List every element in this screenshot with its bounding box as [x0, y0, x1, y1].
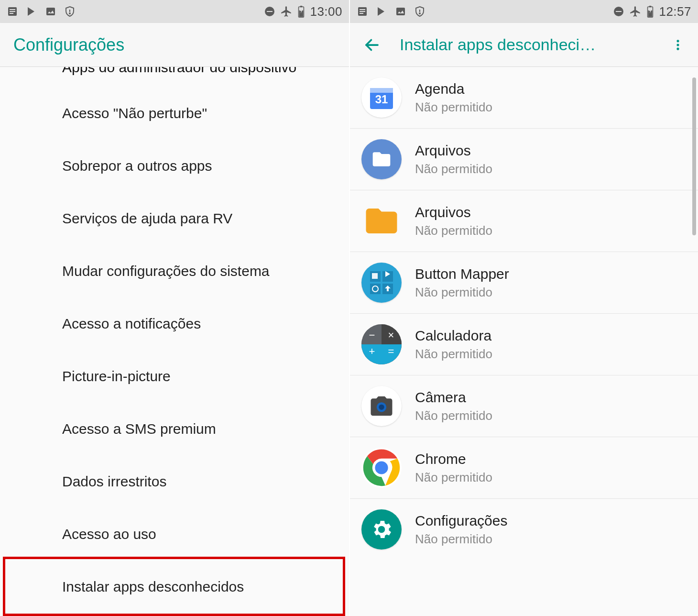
svg-point-25 [676, 40, 679, 42]
battery-icon [646, 5, 654, 18]
status-bar: 12:57 [350, 0, 698, 23]
app-status: Não permitido [415, 408, 492, 423]
settings-list[interactable]: Apps do administrador do dispositivo Ace… [0, 67, 349, 616]
app-status: Não permitido [415, 347, 492, 362]
status-bar: 13:00 [0, 0, 349, 23]
gallery-icon [45, 6, 56, 17]
button-mapper-icon [361, 263, 402, 303]
svg-text:31: 31 [375, 93, 388, 106]
folder-blue-icon [361, 139, 402, 179]
svg-rect-13 [360, 9, 365, 10]
svg-point-26 [676, 44, 679, 46]
app-name: Button Mapper [415, 266, 509, 282]
app-name: Agenda [415, 81, 492, 97]
svg-rect-20 [616, 11, 622, 12]
app-row-button-mapper[interactable]: Button Mapper Não permitido [350, 252, 698, 314]
battery-icon [297, 5, 305, 18]
screen-install-unknown-apps: 12:57 Instalar apps desconheci… 31 Agend… [349, 0, 698, 616]
settings-item-unrestricted-data[interactable]: Dados irrestritos [0, 455, 349, 508]
app-row-agenda[interactable]: 31 Agenda Não permitido [350, 67, 698, 129]
svg-point-46 [375, 461, 388, 474]
airplane-icon [280, 5, 293, 18]
svg-rect-22 [649, 6, 651, 7]
app-name: Arquivos [415, 204, 492, 220]
settings-item-overlay[interactable]: Sobrepor a outros apps [0, 140, 349, 192]
play-store-icon [26, 6, 37, 17]
svg-text:×: × [388, 329, 394, 341]
svg-point-18 [419, 13, 420, 14]
status-time: 13:00 [310, 4, 342, 19]
app-bar: Configurações [0, 23, 349, 67]
app-name: Calculadora [415, 328, 492, 344]
settings-item-install-unknown-apps[interactable]: Instalar apps desconhecidos [0, 561, 349, 613]
svg-rect-2 [10, 11, 15, 12]
screen-settings: 13:00 Configurações Apps do administrado… [0, 0, 349, 616]
svg-rect-33 [370, 284, 381, 294]
svg-rect-4 [46, 8, 55, 15]
settings-item-premium-sms[interactable]: Acesso a SMS premium [0, 403, 349, 455]
camera-icon [361, 386, 402, 426]
dnd-icon [264, 6, 275, 17]
gear-icon [361, 509, 402, 550]
app-name: Chrome [415, 451, 492, 467]
chrome-icon [361, 448, 402, 488]
app-status: Não permitido [415, 162, 492, 176]
svg-rect-15 [360, 13, 363, 14]
svg-rect-3 [10, 13, 13, 14]
app-status: Não permitido [415, 223, 492, 238]
svg-text:+: + [369, 345, 375, 357]
notification-icon [7, 6, 18, 17]
app-name: Configurações [415, 513, 507, 529]
settings-item-vr-helper[interactable]: Serviços de ajuda para RV [0, 192, 349, 245]
app-name: Arquivos [415, 143, 492, 159]
notification-icon [357, 6, 368, 17]
settings-item-pip[interactable]: Picture-in-picture [0, 350, 349, 403]
gallery-icon [395, 6, 406, 17]
dnd-icon [613, 6, 624, 17]
app-row-calculadora[interactable]: − × + = Calculadora Não permitido [350, 314, 698, 375]
app-name: Câmera [415, 389, 492, 406]
app-row-arquivos-orange[interactable]: Arquivos Não permitido [350, 190, 698, 252]
app-bar: Instalar apps desconheci… [350, 23, 698, 67]
app-row-configuracoes[interactable]: Configurações Não permitido [350, 499, 698, 560]
svg-point-6 [69, 13, 70, 14]
app-row-chrome[interactable]: Chrome Não permitido [350, 437, 698, 499]
svg-rect-8 [267, 11, 273, 12]
calculator-icon: − × + = [361, 324, 402, 364]
settings-item-notification-access[interactable]: Acesso a notificações [0, 297, 349, 350]
page-title: Configurações [13, 35, 124, 55]
app-row-arquivos-blue[interactable]: Arquivos Não permitido [350, 129, 698, 190]
settings-item-dnd-access[interactable]: Acesso "Não perturbe" [0, 87, 349, 140]
app-status: Não permitido [415, 532, 507, 547]
svg-point-27 [676, 47, 679, 50]
svg-rect-1 [10, 9, 15, 10]
svg-rect-16 [396, 8, 405, 15]
app-row-camera[interactable]: Câmera Não permitido [350, 375, 698, 437]
app-status: Não permitido [415, 285, 509, 300]
svg-rect-35 [372, 273, 378, 279]
apps-list[interactable]: 31 Agenda Não permitido Arquivos Não per… [350, 67, 698, 616]
calendar-icon: 31 [361, 77, 402, 118]
shield-icon [414, 6, 425, 17]
back-button[interactable] [363, 36, 381, 54]
play-store-icon [376, 6, 387, 17]
settings-item-usage-access[interactable]: Acesso ao uso [0, 508, 349, 561]
svg-rect-14 [360, 11, 365, 12]
folder-orange-icon [361, 201, 402, 241]
status-time: 12:57 [659, 4, 691, 19]
settings-item-system-settings[interactable]: Mudar configurações do sistema [0, 245, 349, 297]
page-title: Instalar apps desconheci… [400, 35, 596, 54]
svg-text:−: − [369, 329, 375, 341]
svg-text:=: = [388, 345, 394, 357]
svg-rect-29 [370, 88, 393, 93]
app-status: Não permitido [415, 470, 492, 485]
app-status: Não permitido [415, 100, 492, 115]
scroll-indicator[interactable] [692, 77, 696, 235]
settings-item-admin-apps[interactable]: Apps do administrador do dispositivo [0, 67, 349, 87]
airplane-icon [629, 5, 642, 18]
shield-icon [64, 6, 76, 17]
svg-rect-10 [300, 6, 302, 7]
more-button[interactable] [671, 38, 685, 52]
svg-point-43 [379, 405, 384, 410]
